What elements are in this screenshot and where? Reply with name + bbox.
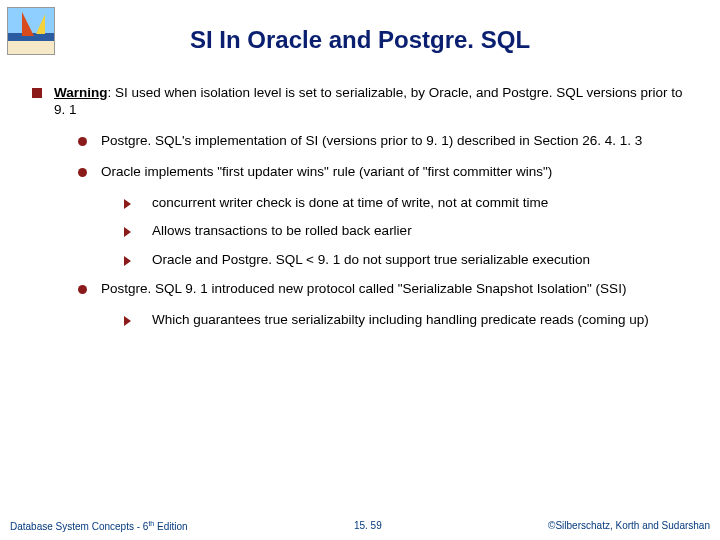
bullet-text: Which guarantees true serializabilty inc… xyxy=(152,312,649,329)
triangle-bullet-icon xyxy=(124,227,138,237)
triangle-bullet-icon xyxy=(124,316,138,326)
footer-center: 15. 59 xyxy=(354,520,382,534)
footer-left-a: Database System Concepts - 6 xyxy=(10,522,148,533)
warning-text: : SI used when isolation level is set to… xyxy=(54,85,683,117)
bullet-text: Postgre. SQL 9. 1 introduced new protoco… xyxy=(101,281,626,298)
slide-title: SI In Oracle and Postgre. SQL xyxy=(0,0,720,85)
bullet-no-true-serializable: Oracle and Postgre. SQL < 9. 1 do not su… xyxy=(124,252,696,269)
bullet-postgres-impl: Postgre. SQL's implementation of SI (ver… xyxy=(78,133,696,150)
logo-image xyxy=(8,8,54,54)
footer-left-c: Edition xyxy=(154,522,187,533)
bullet-oracle-first-updater: Oracle implements "first updater wins" r… xyxy=(78,164,696,181)
bullet-text: Oracle implements "first updater wins" r… xyxy=(101,164,552,181)
logo-sail-2 xyxy=(36,14,45,34)
footer-left: Database System Concepts - 6th Edition xyxy=(10,520,188,534)
bullet-ssi-guarantee: Which guarantees true serializabilty inc… xyxy=(124,312,696,329)
triangle-bullet-icon xyxy=(124,256,138,266)
disc-bullet-icon xyxy=(78,137,87,146)
bullet-text: concurrent writer check is done at time … xyxy=(152,195,548,212)
disc-bullet-icon xyxy=(78,168,87,177)
bullet-ssi: Postgre. SQL 9. 1 introduced new protoco… xyxy=(78,281,696,298)
logo-sail-1 xyxy=(22,12,34,36)
warning-label: Warning xyxy=(54,85,108,100)
footer-right: ©Silberschatz, Korth and Sudarshan xyxy=(548,520,710,534)
bullet-warning: Warning: SI used when isolation level is… xyxy=(32,85,696,119)
square-bullet-icon xyxy=(32,88,42,98)
bullet-rollback-earlier: Allows transactions to be rolled back ea… xyxy=(124,223,696,240)
slide-body: Warning: SI used when isolation level is… xyxy=(0,85,720,329)
bullet-text: Postgre. SQL's implementation of SI (ver… xyxy=(101,133,642,150)
slide-footer: Database System Concepts - 6th Edition 1… xyxy=(0,520,720,534)
disc-bullet-icon xyxy=(78,285,87,294)
bullet-concurrent-writer: concurrent writer check is done at time … xyxy=(124,195,696,212)
triangle-bullet-icon xyxy=(124,199,138,209)
bullet-text: Oracle and Postgre. SQL < 9. 1 do not su… xyxy=(152,252,590,269)
bullet-text: Allows transactions to be rolled back ea… xyxy=(152,223,412,240)
